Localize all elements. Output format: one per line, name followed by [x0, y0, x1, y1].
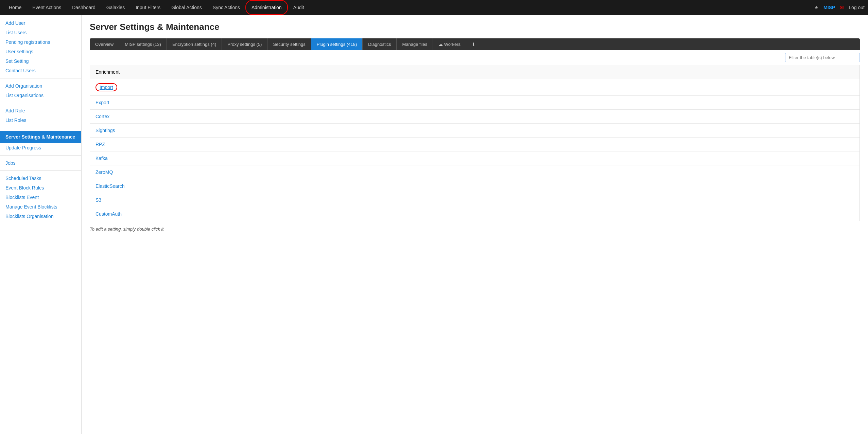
- section-link-enrichment[interactable]: Enrichment: [96, 69, 120, 75]
- sidebar-item-pending-registrations[interactable]: Pending registrations: [0, 37, 81, 47]
- section-link-import[interactable]: Import: [100, 85, 113, 90]
- filter-row: [90, 50, 860, 65]
- nav-administration[interactable]: Administration: [245, 0, 288, 15]
- download-icon: ⬇: [472, 42, 475, 47]
- section-row-export[interactable]: Export: [90, 96, 860, 110]
- tab-security-settings[interactable]: Security settings: [267, 38, 311, 50]
- section-link-sightings[interactable]: Sightings: [96, 128, 115, 133]
- section-link-rpz[interactable]: RPZ: [96, 142, 105, 147]
- section-row-enrichment[interactable]: Enrichment: [90, 65, 860, 79]
- sidebar-divider-2: [0, 103, 81, 103]
- sidebar-divider-1: [0, 78, 81, 78]
- tab-overview[interactable]: Overview: [90, 38, 119, 50]
- section-link-cortex[interactable]: Cortex: [96, 114, 109, 119]
- sidebar-item-add-organisation[interactable]: Add Organisation: [0, 81, 81, 91]
- filter-input[interactable]: [785, 53, 860, 62]
- sidebar: Add User List Users Pending registration…: [0, 15, 82, 434]
- tab-misp-settings[interactable]: MISP settings (13): [119, 38, 167, 50]
- nav-galaxies[interactable]: Galaxies: [101, 0, 130, 15]
- main-layout: Add User List Users Pending registration…: [0, 15, 868, 434]
- sidebar-item-add-user[interactable]: Add User: [0, 18, 81, 28]
- sidebar-item-server-settings[interactable]: Server Settings & Maintenance: [0, 131, 81, 143]
- main-content: Server Settings & Maintenance Overview M…: [82, 15, 868, 434]
- sidebar-item-list-roles[interactable]: List Roles: [0, 115, 81, 125]
- section-row-import[interactable]: Import: [90, 79, 860, 96]
- edit-hint: To edit a setting, simply double click i…: [90, 227, 860, 232]
- page-title: Server Settings & Maintenance: [90, 22, 860, 32]
- section-row-customauth[interactable]: CustomAuth: [90, 207, 860, 221]
- section-link-s3[interactable]: S3: [96, 197, 101, 203]
- sidebar-item-add-role[interactable]: Add Role: [0, 106, 81, 115]
- top-navigation: Home Event Actions Dashboard Galaxies In…: [0, 0, 868, 15]
- nav-right-controls: ★ MISP ✉ Log out: [814, 5, 865, 10]
- section-link-kafka[interactable]: Kafka: [96, 156, 108, 161]
- logout-button[interactable]: Log out: [849, 5, 865, 10]
- nav-global-actions[interactable]: Global Actions: [166, 0, 207, 15]
- section-link-customauth[interactable]: CustomAuth: [96, 211, 122, 217]
- misp-link[interactable]: MISP: [823, 5, 835, 10]
- nav-event-actions[interactable]: Event Actions: [27, 0, 67, 15]
- mail-icon[interactable]: ✉: [840, 5, 844, 10]
- sidebar-item-event-block-rules[interactable]: Event Block Rules: [0, 183, 81, 193]
- nav-sync-actions[interactable]: Sync Actions: [207, 0, 245, 15]
- sidebar-divider-4: [0, 155, 81, 156]
- tab-manage-files[interactable]: Manage files: [397, 38, 433, 50]
- sidebar-item-update-progress[interactable]: Update Progress: [0, 143, 81, 152]
- sidebar-item-blocklists-organisation[interactable]: Blocklists Organisation: [0, 212, 81, 221]
- section-row-s3[interactable]: S3: [90, 193, 860, 207]
- sidebar-item-manage-event-blocklists[interactable]: Manage Event Blocklists: [0, 202, 81, 212]
- nav-home[interactable]: Home: [3, 0, 27, 15]
- sidebar-item-blocklists-event[interactable]: Blocklists Event: [0, 193, 81, 202]
- section-list: Enrichment Import Export Cortex Sighting…: [90, 65, 860, 221]
- section-link-zeromq[interactable]: ZeroMQ: [96, 169, 113, 175]
- sidebar-divider-3: [0, 128, 81, 128]
- section-row-sightings[interactable]: Sightings: [90, 124, 860, 138]
- sidebar-item-list-organisations[interactable]: List Organisations: [0, 91, 81, 100]
- sidebar-item-contact-users[interactable]: Contact Users: [0, 66, 81, 75]
- tab-download[interactable]: ⬇: [466, 38, 481, 50]
- sidebar-divider-5: [0, 170, 81, 171]
- section-row-rpz[interactable]: RPZ: [90, 138, 860, 151]
- nav-input-filters[interactable]: Input Filters: [130, 0, 166, 15]
- nav-audit[interactable]: Audit: [288, 0, 310, 15]
- sidebar-item-user-settings[interactable]: User settings: [0, 47, 81, 56]
- tab-proxy-settings[interactable]: Proxy settings (5): [222, 38, 267, 50]
- nav-dashboard[interactable]: Dashboard: [67, 0, 101, 15]
- cloud-icon: ☁: [438, 42, 443, 47]
- favorites-icon[interactable]: ★: [814, 5, 819, 10]
- tab-workers[interactable]: ☁ Workers: [433, 38, 466, 50]
- tab-diagnostics[interactable]: Diagnostics: [363, 38, 397, 50]
- section-row-zeromq[interactable]: ZeroMQ: [90, 165, 860, 179]
- sidebar-item-scheduled-tasks[interactable]: Scheduled Tasks: [0, 174, 81, 183]
- section-row-elasticsearch[interactable]: ElasticSearch: [90, 179, 860, 193]
- import-circle: Import: [96, 83, 117, 91]
- section-link-elasticsearch[interactable]: ElasticSearch: [96, 183, 125, 189]
- section-link-export[interactable]: Export: [96, 100, 109, 105]
- tabs-bar: Overview MISP settings (13) Encryption s…: [90, 38, 860, 50]
- sidebar-item-list-users[interactable]: List Users: [0, 28, 81, 37]
- sidebar-item-set-setting[interactable]: Set Setting: [0, 56, 81, 66]
- section-row-kafka[interactable]: Kafka: [90, 151, 860, 165]
- nav-items: Home Event Actions Dashboard Galaxies In…: [3, 0, 814, 15]
- tab-encryption-settings[interactable]: Encryption settings (4): [167, 38, 222, 50]
- sidebar-item-jobs[interactable]: Jobs: [0, 158, 81, 168]
- tab-plugin-settings[interactable]: Plugin settings (418): [311, 38, 363, 50]
- section-row-cortex[interactable]: Cortex: [90, 110, 860, 124]
